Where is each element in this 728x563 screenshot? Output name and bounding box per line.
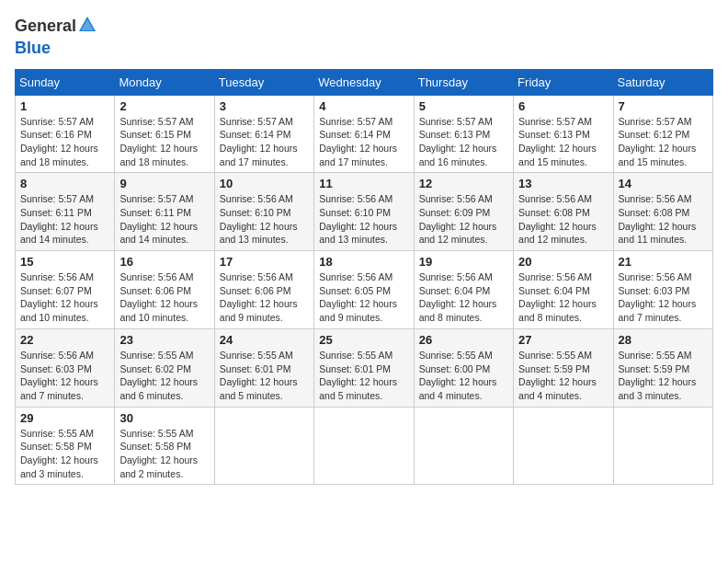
- day-number: 30: [119, 411, 209, 425]
- day-number: 23: [119, 333, 209, 347]
- calendar-week-row: 22 Sunrise: 5:56 AMSunset: 6:03 PMDaylig…: [16, 328, 713, 407]
- day-info: Sunrise: 5:56 AMSunset: 6:07 PMDaylight:…: [20, 271, 98, 323]
- calendar-day-cell: [613, 407, 712, 485]
- calendar-day-cell: 10 Sunrise: 5:56 AMSunset: 6:10 PMDaylig…: [214, 173, 313, 251]
- day-info: Sunrise: 5:56 AMSunset: 6:06 PMDaylight:…: [119, 271, 198, 323]
- day-info: Sunrise: 5:57 AMSunset: 6:13 PMDaylight:…: [419, 116, 497, 167]
- day-number: 7: [619, 99, 708, 113]
- calendar-day-cell: 5 Sunrise: 5:57 AMSunset: 6:13 PMDayligh…: [414, 95, 513, 173]
- day-number: 21: [619, 255, 708, 269]
- weekday-header-cell: Wednesday: [314, 69, 414, 95]
- calendar-day-cell: 18 Sunrise: 5:56 AMSunset: 6:05 PMDaylig…: [314, 251, 414, 329]
- day-info: Sunrise: 5:57 AMSunset: 6:13 PMDaylight:…: [518, 116, 597, 167]
- day-info: Sunrise: 5:55 AMSunset: 5:58 PMDaylight:…: [119, 428, 198, 479]
- logo: General Blue: [15, 15, 98, 58]
- calendar-week-row: 1 Sunrise: 5:57 AMSunset: 6:16 PMDayligh…: [16, 95, 713, 173]
- day-info: Sunrise: 5:56 AMSunset: 6:05 PMDaylight:…: [319, 271, 397, 323]
- day-number: 12: [419, 177, 508, 190]
- weekday-header-row: SundayMondayTuesdayWednesdayThursdayFrid…: [16, 69, 713, 95]
- day-number: 4: [319, 99, 408, 113]
- day-number: 22: [20, 333, 109, 347]
- day-number: 17: [220, 255, 309, 269]
- calendar-day-cell: 2 Sunrise: 5:57 AMSunset: 6:15 PMDayligh…: [115, 95, 214, 173]
- day-number: 20: [518, 255, 608, 269]
- day-number: 27: [518, 333, 608, 347]
- day-info: Sunrise: 5:57 AMSunset: 6:15 PMDaylight:…: [119, 116, 198, 167]
- day-info: Sunrise: 5:56 AMSunset: 6:06 PMDaylight:…: [220, 271, 298, 323]
- calendar-day-cell: 13 Sunrise: 5:56 AMSunset: 6:08 PMDaylig…: [514, 173, 613, 251]
- day-info: Sunrise: 5:56 AMSunset: 6:04 PMDaylight:…: [518, 271, 597, 323]
- day-number: 18: [319, 255, 408, 269]
- calendar-day-cell: 4 Sunrise: 5:57 AMSunset: 6:14 PMDayligh…: [314, 95, 414, 173]
- calendar-day-cell: [414, 407, 513, 485]
- day-info: Sunrise: 5:56 AMSunset: 6:08 PMDaylight:…: [518, 193, 597, 245]
- day-info: Sunrise: 5:56 AMSunset: 6:08 PMDaylight:…: [619, 193, 697, 245]
- calendar-day-cell: 27 Sunrise: 5:55 AMSunset: 5:59 PMDaylig…: [514, 328, 613, 407]
- calendar-day-cell: [514, 407, 613, 485]
- day-number: 1: [20, 99, 109, 113]
- day-number: 3: [220, 99, 309, 113]
- day-info: Sunrise: 5:55 AMSunset: 6:01 PMDaylight:…: [319, 350, 397, 401]
- calendar-table: SundayMondayTuesdayWednesdayThursdayFrid…: [15, 69, 713, 486]
- day-number: 16: [119, 255, 209, 269]
- day-number: 25: [319, 333, 408, 347]
- logo-blue: Blue: [15, 39, 51, 57]
- day-number: 8: [20, 177, 109, 190]
- weekday-header-cell: Saturday: [613, 69, 712, 95]
- calendar-day-cell: 6 Sunrise: 5:57 AMSunset: 6:13 PMDayligh…: [514, 95, 613, 173]
- calendar-day-cell: 26 Sunrise: 5:55 AMSunset: 6:00 PMDaylig…: [414, 328, 513, 407]
- calendar-week-row: 15 Sunrise: 5:56 AMSunset: 6:07 PMDaylig…: [16, 251, 713, 329]
- day-number: 24: [220, 333, 309, 347]
- calendar-day-cell: 3 Sunrise: 5:57 AMSunset: 6:14 PMDayligh…: [214, 95, 313, 173]
- weekday-header-cell: Tuesday: [214, 69, 313, 95]
- calendar-day-cell: 19 Sunrise: 5:56 AMSunset: 6:04 PMDaylig…: [414, 251, 513, 329]
- day-info: Sunrise: 5:57 AMSunset: 6:12 PMDaylight:…: [619, 116, 697, 167]
- calendar-day-cell: 8 Sunrise: 5:57 AMSunset: 6:11 PMDayligh…: [16, 173, 115, 251]
- calendar-body: 1 Sunrise: 5:57 AMSunset: 6:16 PMDayligh…: [16, 95, 713, 485]
- day-info: Sunrise: 5:55 AMSunset: 6:00 PMDaylight:…: [419, 350, 497, 401]
- day-number: 5: [419, 99, 508, 113]
- logo-icon: [77, 15, 97, 35]
- weekday-header-cell: Friday: [514, 69, 613, 95]
- day-info: Sunrise: 5:57 AMSunset: 6:14 PMDaylight:…: [220, 116, 298, 167]
- day-info: Sunrise: 5:55 AMSunset: 6:02 PMDaylight:…: [119, 350, 198, 401]
- weekday-header-cell: Thursday: [414, 69, 513, 95]
- calendar-day-cell: 28 Sunrise: 5:55 AMSunset: 5:59 PMDaylig…: [613, 328, 712, 407]
- day-info: Sunrise: 5:55 AMSunset: 6:01 PMDaylight:…: [220, 350, 298, 401]
- calendar-day-cell: 15 Sunrise: 5:56 AMSunset: 6:07 PMDaylig…: [16, 251, 115, 329]
- day-info: Sunrise: 5:55 AMSunset: 5:59 PMDaylight:…: [518, 350, 597, 401]
- calendar-day-cell: 25 Sunrise: 5:55 AMSunset: 6:01 PMDaylig…: [314, 328, 414, 407]
- weekday-header-cell: Monday: [115, 69, 214, 95]
- calendar-week-row: 8 Sunrise: 5:57 AMSunset: 6:11 PMDayligh…: [16, 173, 713, 251]
- day-number: 29: [20, 411, 109, 425]
- day-number: 10: [220, 177, 309, 190]
- day-info: Sunrise: 5:55 AMSunset: 5:58 PMDaylight:…: [20, 428, 98, 479]
- day-info: Sunrise: 5:57 AMSunset: 6:14 PMDaylight:…: [319, 116, 397, 167]
- calendar-day-cell: 16 Sunrise: 5:56 AMSunset: 6:06 PMDaylig…: [115, 251, 214, 329]
- day-number: 26: [419, 333, 508, 347]
- day-info: Sunrise: 5:56 AMSunset: 6:10 PMDaylight:…: [319, 193, 397, 245]
- day-info: Sunrise: 5:56 AMSunset: 6:03 PMDaylight:…: [619, 271, 697, 323]
- calendar-day-cell: 24 Sunrise: 5:55 AMSunset: 6:01 PMDaylig…: [214, 328, 313, 407]
- day-number: 11: [319, 177, 408, 190]
- calendar-day-cell: 11 Sunrise: 5:56 AMSunset: 6:10 PMDaylig…: [314, 173, 414, 251]
- day-info: Sunrise: 5:57 AMSunset: 6:11 PMDaylight:…: [20, 193, 98, 245]
- calendar-week-row: 29 Sunrise: 5:55 AMSunset: 5:58 PMDaylig…: [16, 407, 713, 485]
- calendar-day-cell: 1 Sunrise: 5:57 AMSunset: 6:16 PMDayligh…: [16, 95, 115, 173]
- calendar-day-cell: 29 Sunrise: 5:55 AMSunset: 5:58 PMDaylig…: [16, 407, 115, 485]
- day-info: Sunrise: 5:56 AMSunset: 6:03 PMDaylight:…: [20, 350, 98, 401]
- day-number: 6: [518, 99, 608, 113]
- calendar-day-cell: [214, 407, 313, 485]
- calendar-day-cell: 12 Sunrise: 5:56 AMSunset: 6:09 PMDaylig…: [414, 173, 513, 251]
- day-info: Sunrise: 5:56 AMSunset: 6:04 PMDaylight:…: [419, 271, 497, 323]
- day-info: Sunrise: 5:55 AMSunset: 5:59 PMDaylight:…: [619, 350, 697, 401]
- day-info: Sunrise: 5:57 AMSunset: 6:11 PMDaylight:…: [119, 193, 198, 245]
- day-number: 9: [119, 177, 209, 190]
- calendar-day-cell: 7 Sunrise: 5:57 AMSunset: 6:12 PMDayligh…: [613, 95, 712, 173]
- day-number: 13: [518, 177, 608, 190]
- day-info: Sunrise: 5:56 AMSunset: 6:09 PMDaylight:…: [419, 193, 497, 245]
- calendar-day-cell: 30 Sunrise: 5:55 AMSunset: 5:58 PMDaylig…: [115, 407, 214, 485]
- calendar-day-cell: 9 Sunrise: 5:57 AMSunset: 6:11 PMDayligh…: [115, 173, 214, 251]
- day-number: 15: [20, 255, 109, 269]
- day-number: 2: [119, 99, 209, 113]
